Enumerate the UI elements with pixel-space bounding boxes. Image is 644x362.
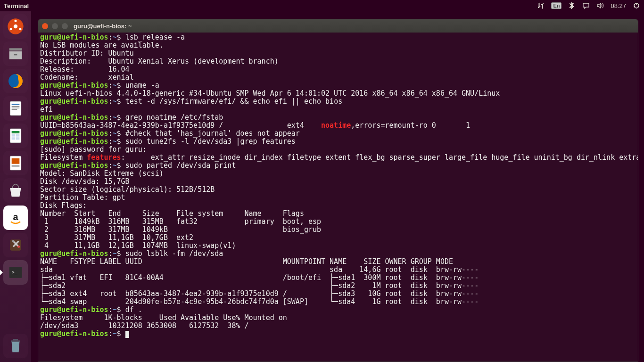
desktop-workarea: guru@uefi-n-bios: ~ guru@uefi-n-bios:~$ … bbox=[31, 11, 644, 362]
keyboard-indicator[interactable]: En bbox=[551, 2, 561, 9]
terminal-line: Model: SanDisk Extreme (scsi) bbox=[40, 170, 636, 178]
terminal-window: guru@uefi-n-bios: ~ guru@uefi-n-bios:~$ … bbox=[38, 19, 638, 362]
terminal-line: ├─sda2 ├─sda2 1M root disk brw-rw---- bbox=[40, 282, 636, 290]
terminal-line: ├─sda3 ext4 root b85643aa-3487-4ea2-939b… bbox=[40, 290, 636, 298]
terminal-line: 4 11,1GB 12,1GB 1074MB linux-swap(v1) bbox=[40, 242, 636, 250]
terminal-line: sda sda 14,6G root disk brw-rw---- bbox=[40, 266, 636, 274]
launcher-trash-icon[interactable] bbox=[3, 334, 28, 358]
window-maximize-button[interactable] bbox=[62, 23, 68, 29]
terminal-line: guru@uefi-n-bios:~$ lsb_release -a bbox=[40, 33, 636, 41]
svg-point-4 bbox=[10, 28, 12, 30]
launcher-impress-icon[interactable] bbox=[3, 151, 28, 175]
terminal-line: 1 1049kB 316MB 315MB fat32 primary boot,… bbox=[40, 218, 636, 226]
svg-text:>_: >_ bbox=[12, 270, 18, 275]
terminal-line: NAME FSTYPE LABEL UUID MOUNTPOINT NAME S… bbox=[40, 258, 636, 266]
svg-point-5 bbox=[19, 28, 22, 30]
svg-rect-19 bbox=[12, 137, 15, 140]
launcher-software-icon[interactable] bbox=[3, 178, 28, 203]
terminal-line: Disk Flags: bbox=[40, 202, 636, 210]
terminal-line: Sector size (logical/physical): 512B/512… bbox=[40, 186, 636, 194]
terminal-line: Release: 16.04 bbox=[40, 66, 636, 74]
svg-rect-11 bbox=[12, 104, 20, 105]
window-close-button[interactable] bbox=[42, 23, 48, 29]
svg-rect-16 bbox=[12, 131, 20, 133]
launcher-files-icon[interactable] bbox=[3, 41, 28, 66]
svg-rect-6 bbox=[9, 48, 22, 50]
svg-rect-8 bbox=[14, 54, 17, 55]
app-menu-label[interactable]: Terminal bbox=[4, 2, 29, 9]
svg-rect-23 bbox=[12, 165, 20, 167]
terminal-line: efi bbox=[40, 106, 636, 114]
terminal-line: guru@uefi-n-bios:~$ #check that 'has_jou… bbox=[40, 130, 636, 138]
launcher-amazon-icon[interactable]: a bbox=[3, 206, 28, 230]
sound-icon[interactable] bbox=[596, 2, 604, 9]
terminal-line: UUID=b85643aa-3487-4ea2-939b-a1f9375e10d… bbox=[40, 122, 636, 130]
window-titlebar[interactable]: guru@uefi-n-bios: ~ bbox=[38, 19, 638, 33]
terminal-line: No LSB modules are available. bbox=[40, 41, 636, 49]
terminal-line: /dev/sda3 10321208 3653008 6127532 38% / bbox=[40, 322, 636, 330]
svg-text:a: a bbox=[13, 212, 18, 222]
terminal-line: Filesystem 1K-blocks Used Available Use%… bbox=[40, 314, 636, 322]
clock-indicator[interactable]: 08:27 bbox=[611, 2, 626, 9]
terminal-line: Distributor ID: Ubuntu bbox=[40, 49, 636, 58]
launcher-dash-icon[interactable] bbox=[3, 14, 28, 39]
network-icon[interactable] bbox=[537, 2, 545, 9]
terminal-line: Linux uefi-n-bios 4.4.0-18-generic #34-U… bbox=[40, 90, 636, 98]
bluetooth-icon[interactable] bbox=[568, 2, 576, 9]
terminal-line: Partition Table: gpt bbox=[40, 194, 636, 202]
svg-rect-13 bbox=[12, 107, 20, 108]
terminal-line: [sudo] password for guru: bbox=[40, 146, 636, 154]
svg-rect-30 bbox=[11, 340, 20, 342]
terminal-line: Disk /dev/sda: 15,7GB bbox=[40, 178, 636, 186]
unity-launcher: a >_ bbox=[0, 11, 31, 362]
terminal-line: 2 316MB 317MB 1049kB bios_grub bbox=[40, 226, 636, 234]
terminal-line: guru@uefi-n-bios:~$ grep noatime /etc/fs… bbox=[40, 114, 636, 122]
svg-rect-22 bbox=[12, 158, 20, 164]
terminal-line: guru@uefi-n-bios:~$ test -d /sys/firmwar… bbox=[40, 98, 636, 106]
messaging-icon[interactable] bbox=[582, 2, 590, 9]
svg-point-3 bbox=[15, 20, 17, 22]
launcher-terminal-icon[interactable]: >_ bbox=[3, 260, 28, 285]
terminal-line: guru@uefi-n-bios:~$ sudo lsblk -fm /dev/… bbox=[40, 250, 636, 258]
svg-rect-17 bbox=[12, 134, 15, 137]
terminal-line: ├─sda1 vfat EFI 81C4-00A4 /boot/efi ├─sd… bbox=[40, 274, 636, 282]
svg-rect-20 bbox=[16, 137, 20, 140]
svg-rect-31 bbox=[13, 339, 18, 340]
launcher-writer-icon[interactable] bbox=[3, 96, 28, 121]
svg-rect-14 bbox=[12, 109, 17, 110]
svg-point-26 bbox=[12, 240, 15, 242]
terminal-line: Number Start End Size File system Name F… bbox=[40, 210, 636, 218]
launcher-calc-icon[interactable] bbox=[3, 123, 28, 148]
terminal-line: guru@uefi-n-bios:~$ df . bbox=[40, 306, 636, 314]
window-minimize-button[interactable] bbox=[52, 23, 58, 29]
terminal-line: Filesystem features: ext_attr resize_ino… bbox=[40, 154, 636, 162]
terminal-line: guru@uefi-n-bios:~$ bbox=[40, 330, 636, 338]
svg-rect-18 bbox=[16, 134, 20, 137]
terminal-line: guru@uefi-n-bios:~$ uname -a bbox=[40, 82, 636, 90]
terminal-line: └─sda4 swap 204d90fe-b57e-4c9e-95b4-26bd… bbox=[40, 298, 636, 306]
svg-point-27 bbox=[17, 246, 20, 248]
terminal-line: Codename: xenial bbox=[40, 74, 636, 82]
session-icon[interactable] bbox=[633, 2, 640, 9]
terminal-line: Description: Ubuntu Xenial Xerus (develo… bbox=[40, 58, 636, 66]
window-title: guru@uefi-n-bios: ~ bbox=[74, 23, 132, 30]
launcher-firefox-icon[interactable] bbox=[3, 69, 28, 93]
svg-point-2 bbox=[14, 25, 17, 28]
terminal-line: guru@uefi-n-bios:~$ sudo tune2fs -l /dev… bbox=[40, 138, 636, 146]
svg-rect-12 bbox=[12, 106, 20, 107]
terminal-line: guru@uefi-n-bios:~$ sudo parted /dev/sda… bbox=[40, 162, 636, 170]
launcher-settings-icon[interactable] bbox=[3, 233, 28, 257]
top-menu-bar: Terminal En 08:27 bbox=[0, 0, 644, 11]
terminal-viewport[interactable]: guru@uefi-n-bios:~$ lsb_release -aNo LSB… bbox=[38, 33, 638, 362]
terminal-line: 3 317MB 11,1GB 10,7GB ext2 bbox=[40, 234, 636, 242]
